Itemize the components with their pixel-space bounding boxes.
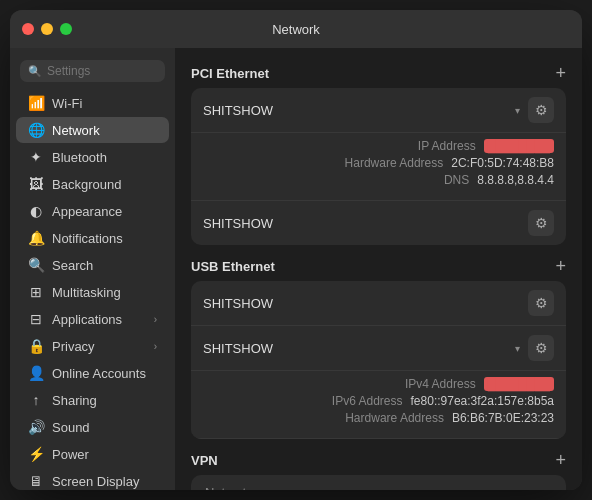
notifications-icon: 🔔 — [28, 230, 44, 246]
vpn-not-set-up-label: Not set up — [205, 485, 264, 490]
ipv4-address-value: ████████ — [484, 377, 554, 391]
sidebar-item-sharing[interactable]: ↑ Sharing — [16, 387, 169, 413]
dns-row: DNS 8.8.8.8,8.8.4.4 — [203, 173, 554, 187]
sidebar-item-privacy[interactable]: 🔒 Privacy › — [16, 333, 169, 359]
sidebar-item-label: Power — [52, 447, 157, 462]
sidebar-item-label: Network — [52, 123, 157, 138]
usb-hardware-address-value: B6:B6:7B:0E:23:23 — [452, 411, 554, 425]
usb-ethernet-add-button[interactable]: + — [555, 257, 566, 275]
privacy-icon: 🔒 — [28, 338, 44, 354]
sidebar-item-label: Bluetooth — [52, 150, 157, 165]
search-icon: 🔍 — [28, 65, 42, 78]
content-area: 🔍 📶 Wi-Fi 🌐 Network ✦ Bluetooth 🖼 Backgr… — [10, 48, 582, 490]
usb-ethernet-title: USB Ethernet — [191, 259, 275, 274]
sidebar-item-notifications[interactable]: 🔔 Notifications — [16, 225, 169, 251]
pci-device1-gear-button[interactable]: ⚙ — [528, 97, 554, 123]
sidebar-item-applications[interactable]: ⊟ Applications › — [16, 306, 169, 332]
pci-device2-row[interactable]: SHITSHOW ⚙ — [191, 201, 566, 245]
pci-ethernet-add-button[interactable]: + — [555, 64, 566, 82]
sidebar-item-online-accounts[interactable]: 👤 Online Accounts — [16, 360, 169, 386]
usb-device1-label: SHITSHOW — [203, 296, 520, 311]
usb-hardware-address-row: Hardware Address B6:B6:7B:0E:23:23 — [203, 411, 554, 425]
pci-device2-label: SHITSHOW — [203, 216, 520, 231]
sidebar-item-network[interactable]: 🌐 Network — [16, 117, 169, 143]
vpn-add-button[interactable]: + — [555, 451, 566, 469]
minimize-button[interactable] — [41, 23, 53, 35]
screen-display-icon: 🖥 — [28, 473, 44, 489]
sidebar-item-multitasking[interactable]: ⊞ Multitasking — [16, 279, 169, 305]
settings-window: Network 🔍 📶 Wi-Fi 🌐 Network ✦ Bluetooth … — [10, 10, 582, 490]
sidebar-item-label: Notifications — [52, 231, 157, 246]
ipv6-address-label: IPv6 Address — [332, 394, 403, 408]
vpn-section: VPN + Not set up — [191, 451, 566, 490]
usb-device2-gear-button[interactable]: ⚙ — [528, 335, 554, 361]
traffic-lights — [22, 23, 72, 35]
pci-device1-label: SHITSHOW — [203, 103, 511, 118]
ipv6-address-value: fe80::97ea:3f2a:157e:8b5a — [411, 394, 554, 408]
sidebar-item-label: Appearance — [52, 204, 157, 219]
search-bar[interactable]: 🔍 — [20, 60, 165, 82]
usb-ethernet-header: USB Ethernet + — [191, 257, 566, 275]
sidebar-item-label: Applications — [52, 312, 146, 327]
hardware-address-row: Hardware Address 2C:F0:5D:74:48:B8 — [203, 156, 554, 170]
network-icon: 🌐 — [28, 122, 44, 138]
pci-ethernet-section: PCI Ethernet + SHITSHOW ▾ ⚙ IP Address █ — [191, 64, 566, 245]
power-icon: ⚡ — [28, 446, 44, 462]
usb-device2-details: IPv4 Address ████████ IPv6 Address fe80:… — [191, 371, 566, 439]
sharing-icon: ↑ — [28, 392, 44, 408]
sidebar-item-search[interactable]: 🔍 Search — [16, 252, 169, 278]
applications-icon: ⊟ — [28, 311, 44, 327]
sidebar-item-label: Online Accounts — [52, 366, 157, 381]
sidebar-item-bluetooth[interactable]: ✦ Bluetooth — [16, 144, 169, 170]
sound-icon: 🔊 — [28, 419, 44, 435]
pci-device1-details: IP Address ████████ Hardware Address 2C:… — [191, 133, 566, 201]
ip-address-label: IP Address — [418, 139, 476, 153]
usb-hardware-address-label: Hardware Address — [345, 411, 444, 425]
titlebar: Network — [10, 10, 582, 48]
maximize-button[interactable] — [60, 23, 72, 35]
dns-value: 8.8.8.8,8.8.4.4 — [477, 173, 554, 187]
sidebar-item-label: Sharing — [52, 393, 157, 408]
ipv4-address-row: IPv4 Address ████████ — [203, 377, 554, 391]
sidebar-item-power[interactable]: ⚡ Power — [16, 441, 169, 467]
sidebar-item-label: Multitasking — [52, 285, 157, 300]
close-button[interactable] — [22, 23, 34, 35]
sidebar-item-screen-display[interactable]: 🖥 Screen Display — [16, 468, 169, 490]
dns-label: DNS — [444, 173, 469, 187]
pci-device2-gear-button[interactable]: ⚙ — [528, 210, 554, 236]
usb-ethernet-section: USB Ethernet + SHITSHOW ⚙ SHITSHOW ▾ ⚙ — [191, 257, 566, 439]
search-nav-icon: 🔍 — [28, 257, 44, 273]
background-icon: 🖼 — [28, 176, 44, 192]
usb-device2-row[interactable]: SHITSHOW ▾ ⚙ — [191, 326, 566, 371]
chevron-down-icon: ▾ — [515, 343, 520, 354]
sidebar-item-label: Search — [52, 258, 157, 273]
sidebar-item-label: Background — [52, 177, 157, 192]
usb-ethernet-card: SHITSHOW ⚙ SHITSHOW ▾ ⚙ IPv4 Address ███… — [191, 281, 566, 439]
hardware-address-label: Hardware Address — [345, 156, 444, 170]
sidebar-item-background[interactable]: 🖼 Background — [16, 171, 169, 197]
chevron-right-icon: › — [154, 314, 157, 325]
sidebar-item-sound[interactable]: 🔊 Sound — [16, 414, 169, 440]
usb-device1-gear-button[interactable]: ⚙ — [528, 290, 554, 316]
usb-device1-row[interactable]: SHITSHOW ⚙ — [191, 281, 566, 326]
appearance-icon: ◐ — [28, 203, 44, 219]
sidebar-item-label: Wi-Fi — [52, 96, 157, 111]
vpn-card: Not set up — [191, 475, 566, 490]
wifi-icon: 📶 — [28, 95, 44, 111]
search-input[interactable] — [47, 64, 157, 78]
multitasking-icon: ⊞ — [28, 284, 44, 300]
pci-ethernet-header: PCI Ethernet + — [191, 64, 566, 82]
sidebar-item-appearance[interactable]: ◐ Appearance — [16, 198, 169, 224]
online-accounts-icon: 👤 — [28, 365, 44, 381]
pci-device1-row[interactable]: SHITSHOW ▾ ⚙ — [191, 88, 566, 133]
ip-address-row: IP Address ████████ — [203, 139, 554, 153]
sidebar-item-label: Sound — [52, 420, 157, 435]
pci-ethernet-title: PCI Ethernet — [191, 66, 269, 81]
sidebar-item-label: Privacy — [52, 339, 146, 354]
sidebar-item-wifi[interactable]: 📶 Wi-Fi — [16, 90, 169, 116]
ip-address-value: ████████ — [484, 139, 554, 153]
vpn-header: VPN + — [191, 451, 566, 469]
chevron-down-icon: ▾ — [515, 105, 520, 116]
ipv6-address-row: IPv6 Address fe80::97ea:3f2a:157e:8b5a — [203, 394, 554, 408]
hardware-address-value: 2C:F0:5D:74:48:B8 — [451, 156, 554, 170]
